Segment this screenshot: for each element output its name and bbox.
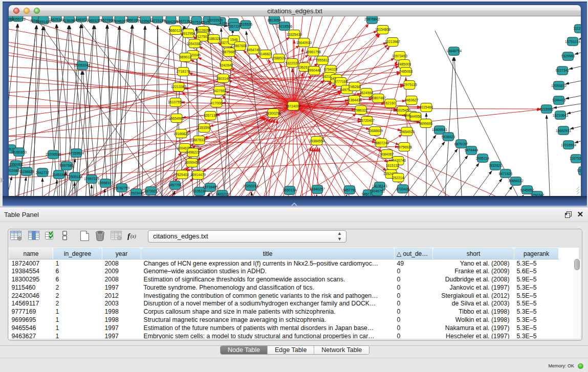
svg-text:9245652: 9245652 <box>520 188 534 192</box>
svg-text:10653257: 10653257 <box>86 19 102 23</box>
svg-text:10807487: 10807487 <box>371 96 386 100</box>
svg-text:3624554: 3624554 <box>360 91 374 95</box>
svg-text:12093872: 12093872 <box>551 84 567 87</box>
svg-text:10253184: 10253184 <box>243 184 258 188</box>
svg-text:17359924: 17359924 <box>69 151 84 155</box>
svg-text:15720407: 15720407 <box>359 119 375 122</box>
svg-text:9084067: 9084067 <box>380 152 394 156</box>
svg-text:1353594: 1353594 <box>198 126 211 129</box>
svg-text:9699695: 9699695 <box>419 122 433 125</box>
svg-text:26260650: 26260650 <box>11 150 27 154</box>
svg-text:19756928: 19756928 <box>397 145 412 149</box>
svg-text:16099459: 16099459 <box>184 161 200 164</box>
svg-text:15692971: 15692971 <box>556 129 571 133</box>
svg-text:6794028: 6794028 <box>324 68 338 71</box>
svg-text:2803144: 2803144 <box>216 77 230 80</box>
svg-text:8350061: 8350061 <box>9 163 23 166</box>
svg-text:20876842: 20876842 <box>364 17 380 21</box>
svg-text:9777169: 9777169 <box>334 80 348 83</box>
svg-text:19384554: 19384554 <box>309 139 324 143</box>
svg-text:9474444: 9474444 <box>465 148 478 152</box>
svg-text:1112043: 1112043 <box>573 27 581 30</box>
svg-text:8454749: 8454749 <box>247 48 260 52</box>
svg-text:11840257: 11840257 <box>310 187 325 191</box>
svg-text:12213383: 12213383 <box>171 85 186 89</box>
svg-text:1546: 1546 <box>230 38 237 41</box>
svg-text:10958107: 10958107 <box>98 181 113 185</box>
svg-text:10543382: 10543382 <box>187 42 202 46</box>
svg-text:8215955: 8215955 <box>540 107 554 111</box>
svg-text:16033309: 16033309 <box>207 18 223 22</box>
svg-text:8813054: 8813054 <box>268 18 281 22</box>
svg-text:887833: 887833 <box>193 138 205 142</box>
svg-text:252214: 252214 <box>393 176 404 180</box>
svg-text:1145194: 1145194 <box>52 173 66 177</box>
svg-text:1733426: 1733426 <box>396 187 410 191</box>
svg-text:10688609: 10688609 <box>367 129 383 133</box>
svg-text:8650134: 8650134 <box>283 188 297 192</box>
svg-text:15640910: 15640910 <box>296 41 312 45</box>
svg-text:16154808: 16154808 <box>375 28 390 31</box>
svg-text:15716485: 15716485 <box>203 185 218 189</box>
svg-text:7357224: 7357224 <box>228 25 242 28</box>
svg-text:12213967: 12213967 <box>385 40 400 43</box>
svg-text:8471626: 8471626 <box>499 172 513 176</box>
svg-text:9242848: 9242848 <box>220 63 233 67</box>
svg-text:18300295: 18300295 <box>266 112 281 115</box>
svg-text:7632621: 7632621 <box>489 164 503 167</box>
svg-text:15751074: 15751074 <box>565 40 580 43</box>
svg-text:7986322: 7986322 <box>354 108 368 112</box>
svg-text:62160: 62160 <box>386 101 396 105</box>
svg-text:(x): (x) <box>130 234 136 239</box>
svg-text:3427552: 3427552 <box>213 89 227 93</box>
svg-text:11156829: 11156829 <box>19 170 34 173</box>
svg-text:16625341: 16625341 <box>49 18 64 21</box>
svg-text:9115460: 9115460 <box>420 105 433 109</box>
svg-text:8912954: 8912954 <box>182 32 195 35</box>
svg-text:9146821: 9146821 <box>259 52 273 56</box>
svg-text:12505185: 12505185 <box>67 175 82 179</box>
svg-text:7485003: 7485003 <box>398 62 411 66</box>
svg-text:9245012: 9245012 <box>577 169 581 172</box>
svg-text:9227342: 9227342 <box>556 69 570 72</box>
svg-text:16914479: 16914479 <box>190 173 206 177</box>
svg-text:18724007: 18724007 <box>286 104 301 108</box>
svg-text:16409541: 16409541 <box>432 128 447 132</box>
svg-text:5322037: 5322037 <box>286 61 299 65</box>
svg-text:8186328: 8186328 <box>207 37 221 40</box>
svg-text:6879197: 6879197 <box>454 142 468 146</box>
svg-text:20053346: 20053346 <box>75 63 90 67</box>
svg-text:12923446: 12923446 <box>128 191 144 195</box>
svg-text:5938923: 5938923 <box>442 135 455 139</box>
svg-text:1244415: 1244415 <box>552 98 566 102</box>
svg-text:8990448: 8990448 <box>308 69 321 72</box>
svg-text:16961758: 16961758 <box>306 50 321 54</box>
svg-text:7403215: 7403215 <box>215 192 229 196</box>
svg-text:1588520: 1588520 <box>272 56 286 60</box>
svg-text:16107553: 16107553 <box>168 100 183 104</box>
svg-text:3498222: 3498222 <box>186 150 200 154</box>
svg-text:417006: 417006 <box>211 101 223 105</box>
svg-text:2935114: 2935114 <box>476 157 489 160</box>
svg-text:2942737: 2942737 <box>36 171 50 174</box>
svg-text:3660124: 3660124 <box>169 29 183 32</box>
svg-text:16648754: 16648754 <box>446 49 462 53</box>
svg-text:1615132: 1615132 <box>386 164 400 167</box>
svg-text:844956: 844956 <box>410 115 422 118</box>
svg-text:7485063: 7485063 <box>399 70 413 73</box>
svg-text:9463627: 9463627 <box>405 98 419 102</box>
svg-text:9457791: 9457791 <box>343 188 357 192</box>
svg-text:9997586: 9997586 <box>60 164 74 167</box>
svg-text:17016504: 17016504 <box>561 143 576 147</box>
svg-text:746266: 746266 <box>349 85 361 89</box>
svg-text:13325419: 13325419 <box>287 33 302 36</box>
svg-text:989612: 989612 <box>180 55 191 59</box>
svg-text:13046752: 13046752 <box>369 189 385 193</box>
svg-text:12975115: 12975115 <box>402 83 417 86</box>
svg-text:20206516: 20206516 <box>46 152 61 156</box>
svg-text:18807249: 18807249 <box>374 141 389 145</box>
svg-text:2867608: 2867608 <box>233 44 247 48</box>
svg-text:14055712: 14055712 <box>10 17 26 21</box>
svg-text:3267130: 3267130 <box>204 114 217 117</box>
svg-text:16210643: 16210643 <box>553 114 568 117</box>
